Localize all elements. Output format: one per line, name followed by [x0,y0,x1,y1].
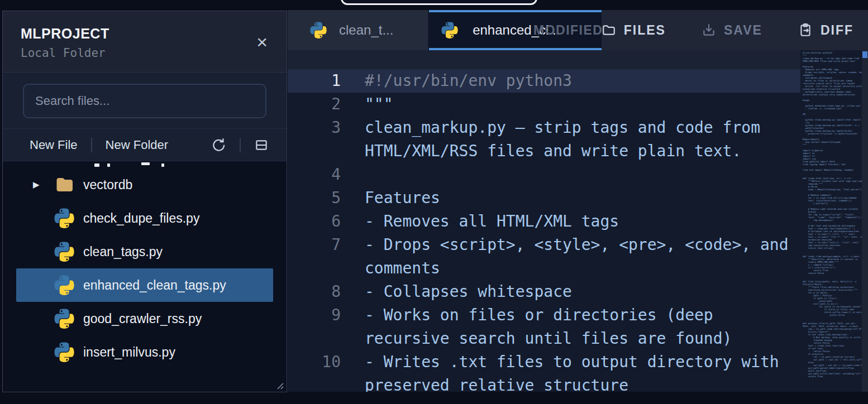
close-icon[interactable]: × [256,32,268,51]
code-text[interactable]: - Collapses whitespace [365,280,798,304]
files-button[interactable]: FILES [602,23,666,38]
tree-item-check-dupe-files-py[interactable]: ▶ check_dupe_files.py [16,201,273,235]
tree-item-good-crawler-rss-py[interactable]: ▶ good_crawler_rss.py [16,302,273,335]
tree-item-enhanced-clean-tags-py[interactable]: ▶ enhanced_clean_tags.py [16,268,273,302]
code-line: 5 Features [288,186,800,210]
new-file-button[interactable]: New File [30,138,78,152]
code-line: 1 #!/usr/bin/env python3 [288,69,800,93]
python-icon [441,22,458,39]
resize-handle[interactable] [275,381,284,390]
explorer-actions: New File New Folder [3,128,287,161]
python-file-icon [54,208,74,228]
code-top-strip [288,50,800,69]
browser-notch-remnant [341,0,537,5]
line-number: 9 [288,304,341,350]
expand-arrow-box: ▶ [16,280,54,290]
search-input[interactable] [24,94,265,108]
expand-arrow-box: ▶ [16,213,54,223]
code-text[interactable]: """ [365,93,798,116]
code-text[interactable] [365,163,798,186]
tab-clean-tags[interactable]: clean_t... [288,10,429,50]
file-name: enhanced_clean_tags.py [83,278,226,293]
line-number: 4 [288,163,341,186]
code-text[interactable]: - Drops <script>, <style>, <pre>, <code>… [365,233,798,280]
python-file-icon [54,342,74,362]
code-text[interactable]: - Works on files or directories (deep re… [365,304,798,350]
new-folder-button[interactable]: New Folder [106,138,168,152]
file-name: insert_milvus.py [83,345,175,360]
editor-area: clean_t... enhanced_cl... MODIFIED FILES… [288,10,868,392]
code-line: 8 - Collapses whitespace [288,280,800,304]
line-number: 10 [288,350,341,392]
code-pane[interactable]: 1 #!/usr/bin/env python3 2 """ 3 clean_m… [288,50,800,392]
clipped-tree-item[interactable] [3,165,287,168]
chevron-right-icon[interactable]: ▶ [33,180,40,190]
expand-arrow-box: ▶ [16,247,54,257]
save-label: SAVE [724,23,762,38]
folder-outline-icon [602,23,616,37]
scrollbar[interactable] [862,50,868,392]
code-text[interactable]: Features [365,186,798,210]
tree-item-clean-tags-py[interactable]: ▶ clean_tags.py [16,235,273,268]
file-name: clean_tags.py [83,244,163,259]
code-line: 7 - Drops <script>, <style>, <pre>, <cod… [288,233,800,280]
code-line: 4 [288,163,800,186]
save-tray-icon [702,23,716,37]
file-search-box[interactable] [23,84,266,118]
editor-body: 1 #!/usr/bin/env python3 2 """ 3 clean_m… [288,50,868,392]
code-text[interactable]: #!/usr/bin/env python3 [365,69,798,93]
file-name: vectordb [83,177,132,193]
file-explorer-panel: MLPROJECT Local Folder × New File New Fo… [2,11,287,392]
line-number: 5 [288,186,341,210]
editor-toolbar: FILES SAVE DIFF [602,10,868,50]
python-file-icon [54,309,74,329]
expand-arrow-box: ▶ [16,347,54,357]
code-text[interactable]: - Removes all HTML/XML tags [365,210,798,233]
tree-item-vectordb[interactable]: ▶ vectordb [16,168,273,201]
diff-label: DIFF [821,23,853,38]
minimap-content: #!/usr/bin/env python3 """ clean_markup.… [803,51,860,378]
line-number: 8 [288,280,341,304]
expand-arrow-box: ▶ [16,314,54,324]
line-number: 6 [288,210,341,233]
divider [240,138,241,152]
code-line: 3 clean_markup.py — strip tags and code … [288,116,800,163]
line-number: 7 [288,233,341,280]
tree-item-insert-milvus-py[interactable]: ▶ insert_milvus.py [16,335,273,369]
file-tree: ▶ vectordb ▶ check_dupe_files.py ▶ clean… [3,161,287,392]
minimap[interactable]: #!/usr/bin/env python3 """ clean_markup.… [800,50,862,392]
explorer-header: MLPROJECT Local Folder × [3,11,287,73]
code-line: 2 """ [288,93,800,116]
code-text[interactable]: - Writes .txt files to output directory … [365,350,798,392]
project-title: MLPROJECT [21,26,270,42]
tab-label: clean_t... [339,22,393,38]
line-number: 3 [288,116,341,163]
refresh-icon[interactable] [211,137,226,153]
explorer-toolbar: New File New Folder [3,73,287,161]
line-number: 2 [288,93,341,116]
file-name: good_crawler_rss.py [83,311,202,326]
save-button[interactable]: SAVE [702,23,762,38]
expand-arrow-box: ▶ [16,180,54,190]
clipboard-diff-icon [798,23,813,37]
diff-button[interactable]: DIFF [798,23,853,38]
modified-status-badge: MODIFIED [533,10,603,50]
folder-icon [54,175,74,195]
code-line: 6 - Removes all HTML/XML tags [288,210,800,233]
split-view-icon[interactable] [254,138,269,152]
divider [91,138,92,152]
project-subtitle: Local Folder [21,46,270,60]
python-file-icon [54,242,74,262]
scrollbar-thumb[interactable] [862,51,867,58]
files-label: FILES [624,23,666,38]
file-name: check_dupe_files.py [83,211,199,226]
python-icon [310,22,327,39]
line-number: 1 [288,69,341,93]
code-line: 10 - Writes .txt files to output directo… [288,350,800,392]
code-text[interactable]: clean_markup.py — strip tags and code fr… [365,116,798,163]
code-line: 9 - Works on files or directories (deep … [288,304,800,350]
tab-bar: clean_t... enhanced_cl... MODIFIED FILES… [288,10,868,50]
python-file-icon [54,275,74,295]
